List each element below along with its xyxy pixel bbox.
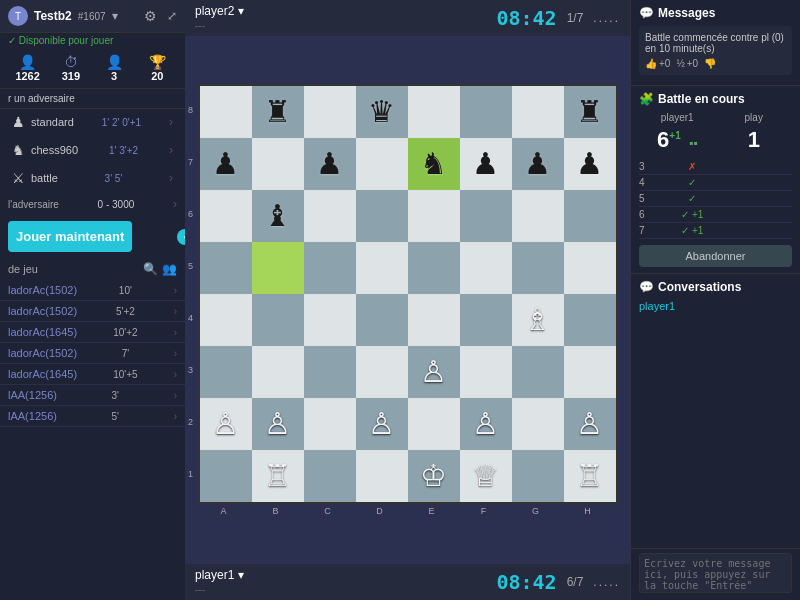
chess-cell[interactable] <box>564 242 616 294</box>
list-item[interactable]: ladorAc(1502) 7' › <box>0 343 185 364</box>
chess-cell[interactable] <box>304 346 356 398</box>
chess-cell[interactable] <box>460 190 512 242</box>
chess-cell[interactable] <box>564 346 616 398</box>
chess-cell[interactable] <box>200 450 252 502</box>
chess-cell[interactable] <box>356 190 408 242</box>
chess-cell[interactable] <box>408 294 460 346</box>
chess-cell[interactable]: ♟ <box>512 138 564 190</box>
rank-label-6: 6 <box>184 188 198 240</box>
chess-cell[interactable] <box>460 294 512 346</box>
user-dropdown-icon[interactable]: ▾ <box>112 9 118 23</box>
chess-cell[interactable]: ♟ <box>460 138 512 190</box>
list-item[interactable]: lAA(1256) 5' › <box>0 406 185 427</box>
chess-cell[interactable] <box>252 346 304 398</box>
chess-cell[interactable]: ♙ <box>252 398 304 450</box>
chess-cell[interactable] <box>356 138 408 190</box>
chess-cell[interactable] <box>408 190 460 242</box>
stat-follows: 👤 3 <box>95 54 134 82</box>
chess-cell[interactable] <box>356 294 408 346</box>
list-item[interactable]: ladorAc(1502) 10' › <box>0 280 185 301</box>
chess-cell[interactable]: ♙ <box>460 398 512 450</box>
thumbs-up-reaction[interactable]: 👍 +0 <box>645 58 670 69</box>
list-item[interactable]: lAA(1256) 3' › <box>0 385 185 406</box>
chess-cell[interactable] <box>252 294 304 346</box>
settings-icon[interactable]: ⚙ <box>144 8 157 24</box>
chess-cell[interactable] <box>408 242 460 294</box>
chess-cell[interactable]: ♕ <box>460 450 512 502</box>
chess-cell[interactable] <box>512 450 564 502</box>
abandon-button[interactable]: Abandonner <box>639 245 792 267</box>
chess-cell[interactable]: ♜ <box>252 86 304 138</box>
mode-battle[interactable]: ⚔ battle 3' 5' › <box>4 165 181 191</box>
add-friend-icon[interactable]: 👥 <box>162 262 177 276</box>
battle-row-3: 3 ✗ <box>639 159 792 175</box>
mode-standard[interactable]: ♟ standard 1' 2' 0'+1 › <box>4 109 181 135</box>
chess-cell[interactable] <box>512 190 564 242</box>
chess-cell[interactable] <box>512 86 564 138</box>
chess-cell[interactable]: ♟ <box>200 138 252 190</box>
chess-cell[interactable]: ♝ <box>252 190 304 242</box>
chess-cell[interactable] <box>460 86 512 138</box>
chess-cell[interactable]: ♖ <box>564 450 616 502</box>
half-reaction[interactable]: ½ +0 <box>676 58 698 69</box>
chess-cell[interactable]: ♟ <box>304 138 356 190</box>
chess-cell[interactable] <box>408 398 460 450</box>
chess-cell[interactable] <box>200 86 252 138</box>
chess-cell[interactable] <box>460 242 512 294</box>
chess-cell[interactable] <box>304 242 356 294</box>
play-now-button[interactable]: Jouer maintenant <box>8 221 132 252</box>
chess-cell[interactable] <box>304 190 356 242</box>
top-player-name: player2 <box>195 4 234 18</box>
chess-cell[interactable]: ♔ <box>408 450 460 502</box>
battle-p1-header: player1 <box>639 112 716 123</box>
conversations-title: 💬 Conversations <box>639 280 792 294</box>
bottom-move-counter: 6/7 <box>567 575 584 589</box>
chess-cell[interactable] <box>304 398 356 450</box>
chess-cell[interactable] <box>460 346 512 398</box>
chess-cell[interactable]: ♖ <box>252 450 304 502</box>
chess-cell[interactable] <box>356 450 408 502</box>
mode-chess960[interactable]: ♞ chess960 1' 3'+2 › <box>4 137 181 163</box>
search-icon[interactable]: 🔍 <box>143 262 158 276</box>
chess-cell[interactable] <box>304 86 356 138</box>
conversation-player[interactable]: player1 <box>639 298 792 314</box>
top-player-dropdown-icon[interactable]: ▾ <box>238 4 244 18</box>
list-item[interactable]: ladorAc(1502) 5'+2 › <box>0 301 185 322</box>
chess-cell[interactable] <box>564 190 616 242</box>
chess-cell[interactable] <box>512 346 564 398</box>
chess-cell[interactable]: ♙ <box>564 398 616 450</box>
chess-cell[interactable] <box>564 294 616 346</box>
chess-cell[interactable] <box>252 242 304 294</box>
chess-cell[interactable] <box>252 138 304 190</box>
chess-cell[interactable] <box>200 190 252 242</box>
chess-cell[interactable]: ♜ <box>564 86 616 138</box>
avatar: T <box>8 6 28 26</box>
chess-cell[interactable] <box>200 294 252 346</box>
chess-cell[interactable] <box>304 294 356 346</box>
chess-cell[interactable] <box>356 346 408 398</box>
chess-cell[interactable]: ♗ <box>512 294 564 346</box>
chess-cell[interactable] <box>408 86 460 138</box>
chat-input[interactable] <box>639 553 792 593</box>
file-label-d: D <box>354 506 406 516</box>
thumbs-down-reaction[interactable]: 👎 <box>704 58 716 69</box>
chess-cell[interactable] <box>200 242 252 294</box>
expand-icon[interactable]: ⤢ <box>167 9 177 23</box>
chess-cell[interactable]: ♟ <box>564 138 616 190</box>
chess-cell[interactable]: ♙ <box>408 346 460 398</box>
file-label-a: A <box>198 506 250 516</box>
bottom-menu-dots[interactable]: ..... <box>593 575 620 589</box>
chess-cell[interactable] <box>512 242 564 294</box>
chess-cell[interactable]: ♙ <box>356 398 408 450</box>
bottom-player-dropdown-icon[interactable]: ▾ <box>238 568 244 582</box>
list-item[interactable]: ladorAc(1645) 10'+2 › <box>0 322 185 343</box>
top-menu-dots[interactable]: ..... <box>593 11 620 25</box>
chess-cell[interactable] <box>304 450 356 502</box>
chess-cell[interactable] <box>200 346 252 398</box>
chess-cell[interactable]: ♙ <box>200 398 252 450</box>
list-item[interactable]: ladorAc(1645) 10'+5 › <box>0 364 185 385</box>
chess-cell[interactable]: ♞ <box>408 138 460 190</box>
chess-cell[interactable] <box>356 242 408 294</box>
chess-cell[interactable]: ♛ <box>356 86 408 138</box>
chess-cell[interactable] <box>512 398 564 450</box>
